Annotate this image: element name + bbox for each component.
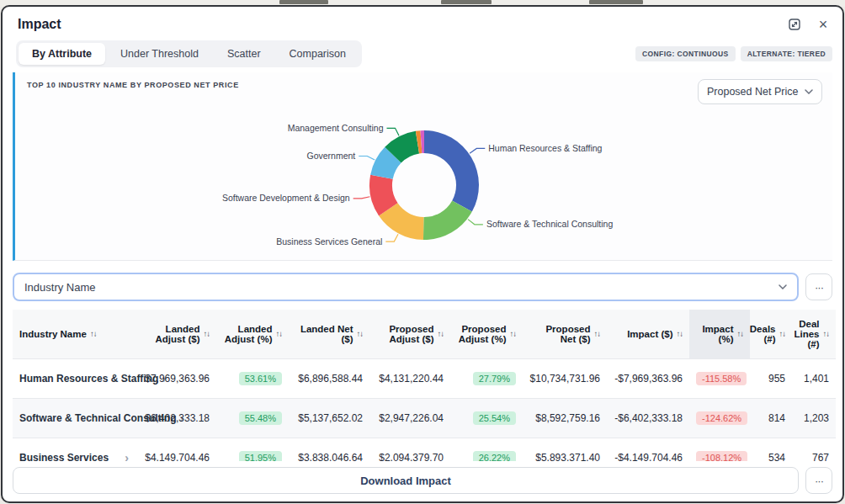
donut-label-line xyxy=(386,128,399,135)
donut-label-line xyxy=(468,220,483,225)
industry-name-cell: Software & Technical Consulting › xyxy=(13,398,136,438)
sort-icon: ↑↓ xyxy=(204,329,210,338)
close-icon[interactable]: × xyxy=(816,17,831,32)
donut-label: Government xyxy=(306,151,355,161)
alternate-badge: ALTERNATE: TIERED xyxy=(741,46,832,61)
sort-icon: ↑↓ xyxy=(510,329,517,338)
table-row[interactable]: Software & Technical Consulting › $6,402… xyxy=(13,398,836,438)
tab-under-threshold[interactable]: Under Threshold xyxy=(107,43,212,65)
attribute-options-button[interactable]: ··· xyxy=(805,273,832,300)
landed-adjust-cell: $7,969,363.96 xyxy=(136,358,216,398)
deal-lines-cell: 1,203 xyxy=(792,398,836,438)
column-label: Deals (#) xyxy=(750,324,776,344)
metric-dropdown-value: Proposed Net Price xyxy=(707,86,798,98)
impact-modal: Impact × By AttributeUnder ThresholdScat… xyxy=(1,5,844,503)
impact-table: Industry Name↑↓Landed Adjust ($)↑↓Landed… xyxy=(13,310,836,477)
landed-adjust-pct-cell: 55.48% xyxy=(216,398,289,438)
sort-icon: ↑↓ xyxy=(677,329,683,338)
column-header-impact[interactable]: Impact (%)↑↓ xyxy=(689,310,750,358)
donut-label-line xyxy=(385,234,398,241)
sort-icon: ↑↓ xyxy=(779,329,786,338)
background-text-fragment xyxy=(441,0,492,4)
column-header-proposed-adjust[interactable]: Proposed Adjust (%)↑↓ xyxy=(450,310,523,358)
landed-net-cell: $6,896,588.44 xyxy=(289,358,369,398)
column-label: Impact ($) xyxy=(627,329,672,339)
column-header-deal-lines[interactable]: Deal Lines (#)↑↓ xyxy=(792,310,836,358)
positive-percent-badge: 25.54% xyxy=(473,411,516,425)
sort-icon: ↑↓ xyxy=(594,329,601,338)
deal-lines-cell: 1,401 xyxy=(792,358,836,398)
impact-pct-cell: -115.58% xyxy=(689,358,750,398)
negative-percent-badge: -115.58% xyxy=(696,372,747,385)
donut-label: Software Development & Design xyxy=(221,193,349,203)
column-label: Landed Net ($) xyxy=(295,324,353,344)
background-text-fragment xyxy=(279,0,328,4)
landed-adjust-cell: $6,402,333.18 xyxy=(136,398,216,438)
positive-percent-badge: 53.61% xyxy=(239,372,282,385)
chevron-down-icon xyxy=(805,89,813,94)
proposed-adjust-cell: $2,947,226.04 xyxy=(369,398,450,438)
attribute-dropdown[interactable]: Industry Name xyxy=(13,273,799,301)
impact-cell: -$7,969,363.96 xyxy=(607,358,689,398)
column-header-industry-name[interactable]: Industry Name↑↓ xyxy=(13,310,136,358)
proposed-net-cell: $8,592,759.16 xyxy=(523,398,607,438)
impact-cell: -$6,402,333.18 xyxy=(607,398,689,438)
landed-net-cell: $5,137,652.02 xyxy=(289,398,369,438)
column-label: Landed Adjust ($) xyxy=(142,324,200,344)
tab-scatter[interactable]: Scatter xyxy=(214,43,274,65)
attribute-dropdown-value: Industry Name xyxy=(24,281,96,294)
column-header-landed-adjust[interactable]: Landed Adjust (%)↑↓ xyxy=(216,310,289,358)
sort-icon: ↑↓ xyxy=(276,329,283,338)
column-label: Proposed Adjust (%) xyxy=(457,324,507,344)
donut-label: Human Resources & Staffing xyxy=(488,143,602,153)
sort-icon: ↑↓ xyxy=(737,329,744,338)
config-badge: CONFIG: CONTINUOUS xyxy=(635,46,736,61)
column-label: Proposed Net ($) xyxy=(529,324,591,344)
donut-label: Software & Technical Consulting xyxy=(486,219,613,229)
positive-percent-badge: 55.48% xyxy=(239,411,282,425)
donut-label: Business Services General xyxy=(276,236,382,247)
sort-icon: ↑↓ xyxy=(438,329,444,338)
column-header-proposed-net[interactable]: Proposed Net ($)↑↓ xyxy=(523,310,607,358)
footer-options-button[interactable]: ··· xyxy=(805,467,832,494)
column-header-proposed-adjust[interactable]: Proposed Adjust ($)↑↓ xyxy=(369,310,450,358)
proposed-adjust-cell: $4,131,220.44 xyxy=(369,358,450,398)
landed-adjust-pct-cell: 53.61% xyxy=(216,358,289,398)
column-header-impact[interactable]: Impact ($)↑↓ xyxy=(607,310,689,358)
metric-dropdown[interactable]: Proposed Net Price xyxy=(698,79,822,104)
column-label: Landed Adjust (%) xyxy=(223,324,273,344)
donut-label-line xyxy=(470,148,485,153)
proposed-net-cell: $10,734,731.96 xyxy=(523,358,607,398)
donut-slice-human-resources-staffing[interactable] xyxy=(424,130,479,212)
tab-comparison[interactable]: Comparison xyxy=(276,43,359,65)
sort-icon: ↑↓ xyxy=(357,329,364,338)
donut-label-line xyxy=(359,156,375,160)
sort-icon: ↑↓ xyxy=(823,329,830,338)
negative-percent-badge: -124.62% xyxy=(696,411,747,425)
column-header-deals[interactable]: Deals (#)↑↓ xyxy=(750,310,792,358)
page-title: Impact xyxy=(13,17,832,32)
deals-cell: 814 xyxy=(750,398,792,438)
column-header-landed-net[interactable]: Landed Net ($)↑↓ xyxy=(289,310,369,358)
donut-label: Management Consulting xyxy=(287,123,383,133)
chevron-down-icon xyxy=(779,284,787,289)
table-row[interactable]: Human Resources & Staffing › $7,969,363.… xyxy=(13,358,836,398)
donut-chart: Human Resources & StaffingSoftware & Tec… xyxy=(24,111,825,256)
impact-pct-cell: -124.62% xyxy=(689,398,750,438)
donut-label-line xyxy=(353,197,369,199)
tab-bar: By AttributeUnder ThresholdScatterCompar… xyxy=(16,40,362,67)
proposed-adjust-pct-cell: 25.54% xyxy=(450,398,523,438)
expand-icon[interactable] xyxy=(787,17,802,32)
column-label: Impact (%) xyxy=(696,324,734,344)
industry-name-cell: Human Resources & Staffing › xyxy=(13,358,136,398)
deals-cell: 955 xyxy=(750,358,792,398)
download-impact-button[interactable]: Download Impact xyxy=(13,467,799,494)
sort-icon: ↑↓ xyxy=(90,329,97,338)
positive-percent-badge: 27.79% xyxy=(473,372,516,385)
proposed-adjust-pct-cell: 27.79% xyxy=(450,358,523,398)
column-header-landed-adjust[interactable]: Landed Adjust ($)↑↓ xyxy=(136,310,216,358)
footer-bar: Download Impact ··· xyxy=(13,461,832,495)
tab-by-attribute[interactable]: By Attribute xyxy=(19,43,105,65)
column-label: Deal Lines (#) xyxy=(794,319,819,349)
column-label: Proposed Adjust ($) xyxy=(376,324,434,344)
